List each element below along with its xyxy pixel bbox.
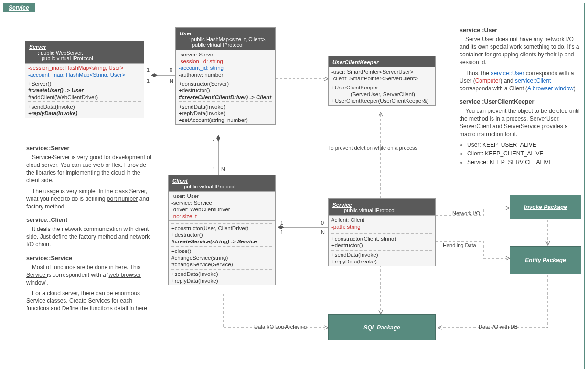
class-header: Client : public virtual IProtocol (169, 175, 275, 191)
operations: +Server() #createUser() -> User #addClie… (25, 79, 144, 118)
class-name: User (180, 31, 271, 36)
desc-text: corresponds with a Client ( (460, 85, 527, 92)
separator (171, 246, 272, 247)
op-row: #changeService(Service) (171, 261, 272, 268)
class-service: Service : public virtual IProtocol #clie… (328, 198, 436, 266)
desc-paragraph: Service-Server is very good for developm… (26, 154, 155, 185)
op-row: +sendData(Invoke) (28, 103, 141, 110)
desc-paragraph: For a cloud server, there can be enormou… (26, 289, 155, 313)
op-row: +sendData(Invoke) (179, 103, 272, 110)
desc-text: Most of functinos are be done in here. T… (32, 264, 140, 271)
mult-label: 0 (321, 220, 324, 226)
connector-label: Data I/O Log Archiving (254, 324, 307, 329)
attr-row: -session_id: string (179, 58, 272, 65)
desc-text: and (138, 196, 149, 202)
li-label: Client: (467, 150, 485, 157)
list-item: Client: KEEP_CLIENT_ALIVE (467, 150, 581, 157)
desc-heading: service::User (460, 26, 581, 34)
operations: +constructor(User, ClientDriver) +destru… (169, 220, 275, 285)
op-row: +setAccount(string, number) (179, 117, 272, 123)
mult-label: N (321, 230, 325, 235)
separator (331, 250, 432, 251)
desc-paragraph: You can prevent the object to be deleted… (460, 107, 581, 138)
attributes: -user: SmartPointer<ServerUser> -client:… (329, 67, 435, 83)
op-row: +sendData(Invoke) (171, 271, 272, 277)
desc-text: ) and (500, 77, 515, 84)
desc-underline: factory method (26, 203, 64, 210)
attr-row: -no: size_t (171, 213, 272, 219)
desc-paragraph: The usage is very simple. In the class S… (26, 187, 155, 211)
desc-paragraph: Most of functinos are be done in here. T… (26, 263, 155, 287)
op-row: #createClient(ClientDriver) -> Client (179, 94, 272, 100)
separator (179, 101, 272, 102)
macro-list: User: KEEP_USER_ALIVE Client: KEEP_CLIEN… (467, 141, 581, 166)
desc-underline: Service (26, 272, 47, 278)
class-server: Server : public WebServer, public virtua… (25, 41, 144, 118)
op-row: #addClient(WebClientDriver) (28, 94, 141, 100)
connector-label: Data I/O with DB (479, 324, 518, 329)
attr-row: -driver: WebClientDriver (171, 206, 272, 213)
connector-label: Network I/O (452, 210, 480, 216)
class-inherits: : public virtual IProtocol (181, 184, 271, 189)
separator (331, 233, 432, 234)
attributes: -session_map: HashMap<string, User> -acc… (25, 63, 144, 79)
mult-label: N (170, 78, 173, 84)
op-row: +destructor() (179, 87, 272, 94)
desc-heading: service::Service (26, 254, 155, 263)
left-description: service::Server Service-Server is very g… (26, 139, 155, 316)
attributes: -server: Server -session_id: string -acc… (176, 50, 275, 79)
class-client: Client : public virtual IProtocol -user:… (168, 175, 276, 285)
attr-row: -account_id: string (179, 65, 272, 71)
op-row: +destructor() (331, 242, 432, 249)
connector-label: Handling Data (443, 242, 476, 248)
class-header: UserClientKeeper (329, 56, 435, 67)
op-row: +replyData(Invoke) (171, 277, 272, 284)
op-row: (ServerUser, ServerClient) (331, 91, 432, 98)
attr-row: #client: Client (331, 217, 432, 223)
package-invoke: Invoke Package (510, 195, 581, 219)
li-value: KEEP_USER_ALIVE (482, 142, 536, 148)
operations: +UserClientKeeper (ServerUser, ServerCli… (329, 83, 435, 105)
attr-row: -session_map: HashMap<string, User> (28, 65, 141, 71)
attributes: -user: User -service: Service -driver: W… (169, 191, 275, 220)
desc-heading: service::UserClientKeeper (460, 98, 581, 106)
attr-row: -path: string (331, 223, 432, 230)
class-name: Server (29, 44, 140, 50)
class-userclientkeeper: UserClientKeeper -user: SmartPointer<Ser… (328, 56, 436, 106)
desc-text: is correspondent with a ' (47, 272, 108, 278)
desc-blue: service::User (491, 70, 524, 77)
li-value: KEEP_CLIENT_ALIVE (485, 150, 543, 157)
class-inherits: : public HashMap<size_t, Client>, (188, 36, 271, 42)
op-row: +replyData(Invoke) (28, 110, 141, 117)
op-row: +constructor(User, ClientDriver) (171, 225, 272, 231)
attr-row: -server: Server (179, 51, 272, 58)
package-sql: SQL Package (328, 314, 436, 340)
desc-text: Thus, the (465, 70, 491, 77)
desc-paragraph: Thus, the service::User corresponds with… (460, 69, 581, 93)
desc-blue: A browser window (527, 85, 574, 92)
op-row: +constructor(Client, string) (331, 235, 432, 242)
list-item: User: KEEP_USER_ALIVE (467, 141, 581, 149)
separator (28, 101, 141, 102)
operations: +constructor(Server) +destructor() #crea… (176, 79, 275, 124)
op-row: +repyData(Invoke) (331, 258, 432, 265)
attr-row: -client: SmartPointer<ServerClient> (331, 75, 432, 82)
class-inherits: : public WebServer, (38, 50, 140, 55)
op-row: +constructor(Server) (179, 80, 272, 87)
attr-row: -user: User (171, 193, 272, 199)
right-description: service::User ServerUser does not have a… (460, 26, 581, 167)
mult-label: N (221, 166, 225, 172)
class-header: User : public HashMap<size_t, Client>, p… (176, 28, 275, 50)
service-package-frame: Service UserClientKeeper (dashed) --> Us… (3, 3, 585, 369)
attr-row: -account_map: HashMap<String, User> (28, 71, 141, 78)
desc-paragraph: ServerUser does not have any network I/O… (460, 35, 581, 66)
class-name: UserClientKeeper (332, 59, 431, 65)
diagram-area: UserClientKeeper (dashed) --> UserClient… (3, 17, 584, 369)
class-header: Server : public WebServer, public virtua… (25, 41, 144, 63)
desc-heading: service::Server (26, 144, 155, 153)
package-tab: Service (3, 3, 35, 12)
op-row: #changeService(string) (171, 254, 272, 261)
operations: +constructor(Client, string) +destructor… (329, 231, 435, 266)
class-inherits: public virtual IProtocol (192, 42, 271, 48)
li-value: KEEP_SERVICE_ALIVE (490, 159, 553, 165)
